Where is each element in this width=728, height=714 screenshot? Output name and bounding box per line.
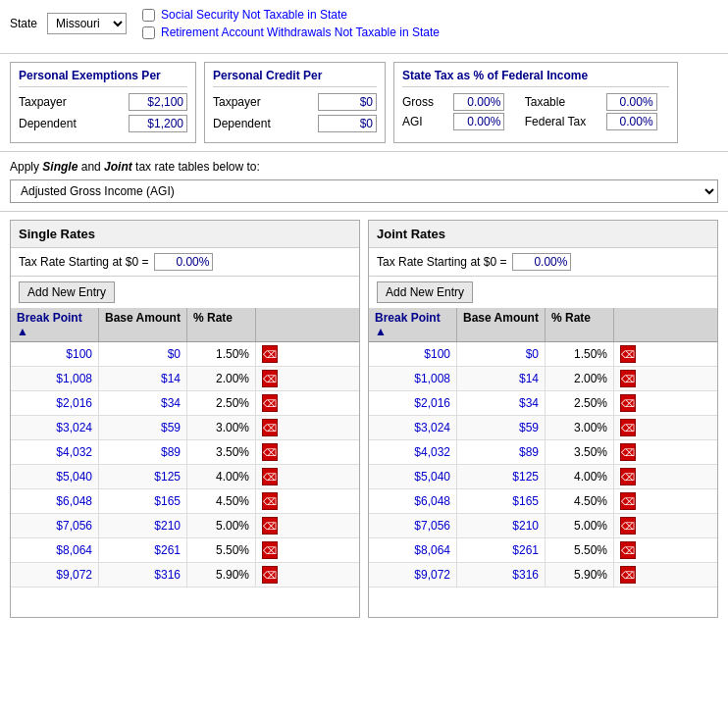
- state-tax-box: State Tax as % of Federal Income Gross T…: [393, 62, 678, 143]
- table-row: $8,064 $261 5.50% ⌫: [369, 538, 717, 563]
- dependent-credit-input[interactable]: [318, 115, 377, 132]
- rate-cell: 4.00%: [546, 465, 614, 488]
- base-amount-cell: $59: [457, 416, 546, 439]
- break-point-cell: $2,016: [11, 391, 99, 415]
- break-point-cell: $9,072: [369, 563, 457, 586]
- delete-button[interactable]: ⌫: [262, 468, 278, 485]
- single-action-header: [256, 308, 284, 341]
- delete-button[interactable]: ⌫: [620, 517, 636, 535]
- state-select[interactable]: Missouri Alabama California: [47, 13, 127, 34]
- delete-cell: ⌫: [256, 489, 284, 513]
- dependent-exemption-label: Dependent: [19, 117, 77, 130]
- single-rates-panel: Single Rates Tax Rate Starting at $0 = A…: [10, 220, 360, 618]
- single-tax-rate-row: Tax Rate Starting at $0 =: [11, 248, 359, 277]
- rate-cell: 3.00%: [546, 416, 614, 439]
- delete-button[interactable]: ⌫: [262, 541, 278, 559]
- federal-tax-input[interactable]: [606, 113, 657, 130]
- delete-cell: ⌫: [614, 342, 642, 366]
- personal-exemptions-box: Personal Exemptions Per Taxpayer Depende…: [10, 62, 196, 143]
- rate-cell: 5.50%: [546, 538, 614, 562]
- delete-cell: ⌫: [256, 342, 284, 366]
- delete-button[interactable]: ⌫: [262, 394, 278, 412]
- top-section: State Missouri Alabama California Social…: [0, 0, 728, 54]
- delete-button[interactable]: ⌫: [620, 345, 636, 363]
- rate-cell: 4.50%: [187, 489, 256, 513]
- delete-button[interactable]: ⌫: [262, 566, 278, 584]
- rate-cell: 5.50%: [187, 538, 256, 562]
- delete-cell: ⌫: [256, 514, 284, 537]
- break-point-cell: $2,016: [369, 391, 457, 415]
- rate-cell: 2.00%: [187, 367, 256, 390]
- taxpayer-credit-input[interactable]: [318, 93, 377, 111]
- base-amount-cell: $0: [99, 342, 187, 366]
- delete-button[interactable]: ⌫: [262, 517, 278, 535]
- joint-tax-rate-input[interactable]: [512, 253, 571, 271]
- taxable-input[interactable]: [606, 93, 657, 111]
- base-amount-cell: $14: [457, 367, 546, 390]
- joint-rate-header: % Rate: [546, 308, 614, 341]
- joint-text: Joint: [104, 160, 132, 174]
- dependent-exemption-input[interactable]: [129, 115, 187, 132]
- rate-cell: 4.50%: [546, 489, 614, 513]
- base-amount-cell: $316: [457, 563, 546, 586]
- rate-cell: 5.90%: [546, 563, 614, 586]
- base-amount-cell: $165: [457, 489, 546, 513]
- rate-cell: 5.90%: [187, 563, 256, 586]
- delete-button[interactable]: ⌫: [620, 468, 636, 485]
- base-amount-cell: $210: [99, 514, 187, 537]
- break-point-cell: $3,024: [11, 416, 99, 439]
- social-security-row: Social Security Not Taxable in State: [142, 8, 440, 22]
- joint-add-entry-button[interactable]: Add New Entry: [377, 281, 473, 303]
- base-amount-cell: $125: [457, 465, 546, 488]
- retirement-checkbox[interactable]: [142, 26, 155, 39]
- joint-table-body: $100 $0 1.50% ⌫ $1,008 $14 2.00% ⌫ $2,01…: [369, 342, 717, 617]
- apply-dropdown[interactable]: Adjusted Gross Income (AGI) Taxable Inco…: [10, 179, 718, 203]
- taxpayer-exemption-input[interactable]: [129, 93, 187, 111]
- break-point-cell: $4,032: [369, 440, 457, 464]
- dependent-credit-label: Dependent: [213, 117, 271, 130]
- federal-tax-label: Federal Tax: [525, 115, 598, 128]
- social-security-checkbox[interactable]: [142, 9, 155, 22]
- rate-cell: 2.00%: [546, 367, 614, 390]
- break-point-cell: $8,064: [11, 538, 99, 562]
- single-table-body: $100 $0 1.50% ⌫ $1,008 $14 2.00% ⌫ $2,01…: [11, 342, 359, 617]
- table-row: $7,056 $210 5.00% ⌫: [369, 514, 717, 538]
- taxpayer-exemption-row: Taxpayer: [19, 93, 187, 111]
- break-point-cell: $100: [369, 342, 457, 366]
- agi-input[interactable]: [453, 113, 504, 130]
- base-amount-cell: $210: [457, 514, 546, 537]
- retirement-row: Retirement Account Withdrawals Not Taxab…: [142, 26, 440, 39]
- gross-input[interactable]: [453, 93, 504, 111]
- checkboxes: Social Security Not Taxable in State Ret…: [142, 8, 440, 39]
- break-point-cell: $5,040: [11, 465, 99, 488]
- delete-cell: ⌫: [614, 489, 642, 513]
- table-row: $4,032 $89 3.50% ⌫: [11, 440, 359, 465]
- single-breakpoint-header[interactable]: Break Point ▲: [11, 308, 99, 341]
- delete-cell: ⌫: [256, 440, 284, 464]
- break-point-cell: $7,056: [11, 514, 99, 537]
- rate-cell: 1.50%: [187, 342, 256, 366]
- delete-button[interactable]: ⌫: [620, 419, 636, 436]
- delete-button[interactable]: ⌫: [620, 492, 636, 510]
- delete-button[interactable]: ⌫: [620, 394, 636, 412]
- delete-button[interactable]: ⌫: [262, 345, 278, 363]
- delete-cell: ⌫: [256, 538, 284, 562]
- delete-button[interactable]: ⌫: [262, 370, 278, 387]
- table-row: $6,048 $165 4.50% ⌫: [369, 489, 717, 514]
- delete-button[interactable]: ⌫: [620, 370, 636, 387]
- delete-button[interactable]: ⌫: [262, 443, 278, 461]
- rate-cell: 2.50%: [187, 391, 256, 415]
- delete-button[interactable]: ⌫: [620, 566, 636, 584]
- single-tax-rate-input[interactable]: [154, 253, 213, 271]
- state-tax-title: State Tax as % of Federal Income: [402, 69, 669, 87]
- delete-button[interactable]: ⌫: [262, 492, 278, 510]
- table-row: $100 $0 1.50% ⌫: [11, 342, 359, 367]
- joint-breakpoint-header[interactable]: Break Point ▲: [369, 308, 457, 341]
- joint-rates-title: Joint Rates: [369, 221, 717, 248]
- delete-button[interactable]: ⌫: [620, 443, 636, 461]
- delete-cell: ⌫: [614, 465, 642, 488]
- joint-tax-rate-label: Tax Rate Starting at $0 =: [377, 255, 506, 269]
- delete-button[interactable]: ⌫: [620, 541, 636, 559]
- delete-button[interactable]: ⌫: [262, 419, 278, 436]
- single-add-entry-button[interactable]: Add New Entry: [19, 281, 115, 303]
